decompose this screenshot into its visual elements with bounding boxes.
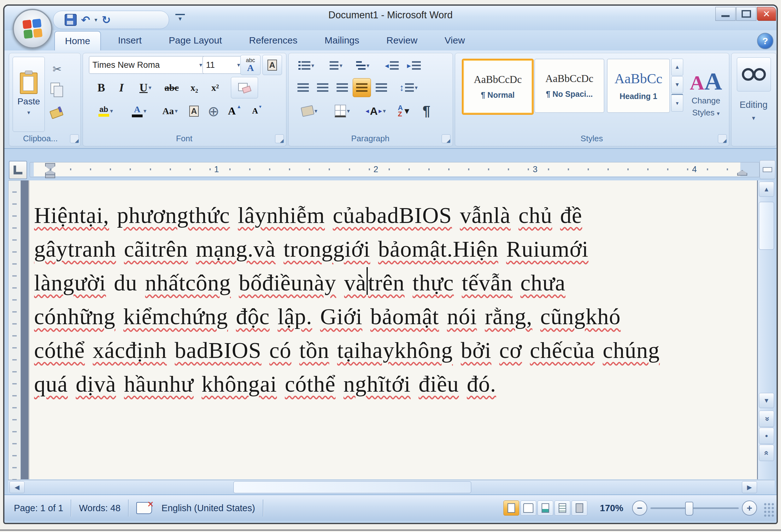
horizontal-scroll-thumb[interactable]: [234, 481, 471, 493]
language-indicator[interactable]: English (United States): [162, 503, 255, 514]
tab-mailings[interactable]: Mailings: [315, 31, 369, 50]
borders-button[interactable]: ▾: [327, 101, 357, 121]
increase-indent-button[interactable]: ▶: [404, 56, 424, 75]
font-size-combobox[interactable]: 11 ▾: [203, 56, 244, 74]
font-dialog-launcher[interactable]: ◢: [275, 134, 284, 143]
style-card--no-spaci-[interactable]: AaBbCcDc¶ No Spaci...: [534, 59, 604, 113]
paragraph-dialog-launcher[interactable]: ◢: [442, 134, 450, 143]
numbering-button[interactable]: ▾: [321, 56, 347, 75]
cut-button[interactable]: ✂: [48, 60, 66, 78]
ruler-tick: [667, 168, 668, 170]
undo-icon[interactable]: ↶: [81, 14, 90, 25]
full-screen-reading-view-button[interactable]: [521, 500, 536, 516]
horizontal-ruler[interactable]: 1234: [30, 162, 759, 177]
show-hide-pilcrow-button[interactable]: ¶: [416, 101, 437, 121]
grow-font-button[interactable]: A ▲: [224, 101, 245, 121]
styles-dialog-launcher[interactable]: ◢: [718, 134, 727, 143]
clipboard-dialog-launcher[interactable]: ◢: [70, 134, 79, 143]
styles-scroll-up-button[interactable]: ▲: [671, 59, 683, 76]
view-ruler-toggle-button[interactable]: [759, 160, 775, 179]
text-highlight-button[interactable]: ab ▾: [90, 101, 121, 121]
print-layout-view-button[interactable]: [503, 500, 519, 516]
styles-scroll-down-button[interactable]: ▼: [671, 76, 683, 93]
character-border-button[interactable]: A: [262, 55, 282, 75]
asian-layout-button[interactable]: ◀ A ▶ ▾: [360, 101, 391, 121]
select-browse-object-button[interactable]: ●: [759, 427, 774, 444]
resize-grip[interactable]: [763, 502, 775, 517]
zoom-out-button[interactable]: −: [632, 500, 647, 516]
customize-quick-access-icon[interactable]: ▾: [175, 14, 185, 22]
minimize-button[interactable]: [715, 7, 736, 21]
superscript-button[interactable]: x²: [206, 78, 224, 97]
redo-icon[interactable]: ↻: [102, 14, 111, 25]
office-button[interactable]: [13, 9, 52, 49]
tab-home[interactable]: Home: [54, 31, 101, 51]
tab-selector-button[interactable]: [9, 161, 27, 179]
previous-page-button[interactable]: «: [759, 411, 774, 427]
styles-more-button[interactable]: ▾: [671, 94, 683, 112]
close-button[interactable]: ✕: [757, 7, 776, 21]
decrease-indent-button[interactable]: ◀: [382, 56, 402, 75]
tab-references[interactable]: References: [239, 31, 307, 50]
editing-dropdown-icon[interactable]: ▾: [731, 114, 776, 122]
zoom-in-button[interactable]: +: [742, 500, 757, 516]
save-icon[interactable]: [65, 14, 77, 26]
scroll-down-button[interactable]: ▼: [759, 393, 774, 408]
scroll-up-button[interactable]: ▲: [759, 181, 774, 197]
help-button[interactable]: ?: [757, 33, 773, 49]
multilevel-list-button[interactable]: ▾: [349, 56, 377, 75]
web-layout-view-button[interactable]: [537, 500, 553, 516]
bold-button[interactable]: B: [92, 78, 111, 97]
align-left-button[interactable]: [294, 78, 312, 97]
tab-view[interactable]: View: [434, 31, 475, 50]
copy-button[interactable]: [50, 83, 63, 96]
find-button[interactable]: [737, 57, 771, 91]
tab-page-layout[interactable]: Page Layout: [159, 31, 232, 50]
draft-view-button[interactable]: [572, 500, 587, 516]
page-indicator[interactable]: Page: 1 of 1: [14, 503, 63, 514]
tab-review[interactable]: Review: [376, 31, 427, 50]
change-styles-button[interactable]: AA Change Styles ▾: [685, 55, 727, 132]
zoom-slider-thumb[interactable]: [685, 502, 693, 516]
vertical-ruler[interactable]: [8, 180, 21, 480]
misspelled-word: bảomật.Hiện: [378, 237, 498, 262]
document-text[interactable]: Hiệntại, phươngthức lâynhiễm củabadBIOS …: [34, 199, 660, 401]
scroll-left-button[interactable]: ◀: [9, 481, 25, 493]
next-page-button[interactable]: «: [759, 445, 774, 461]
bullets-button[interactable]: ▾: [293, 56, 319, 75]
style-card--normal[interactable]: AaBbCcDc¶ Normal: [462, 59, 534, 115]
proofing-status-icon[interactable]: ✕: [136, 502, 152, 514]
tab-insert[interactable]: Insert: [108, 31, 152, 50]
font-name-combobox[interactable]: Times New Roma ▾: [89, 56, 206, 74]
distribute-button[interactable]: [372, 78, 390, 97]
subscript-button[interactable]: x₂: [185, 78, 204, 97]
clear-formatting-button[interactable]: [231, 77, 258, 98]
change-case-button[interactable]: Aa ▾: [157, 101, 183, 121]
strikethrough-button[interactable]: abc: [160, 78, 183, 97]
undo-dropdown-icon[interactable]: ▾: [95, 16, 97, 23]
phonetic-guide-button[interactable]: abc A: [240, 55, 260, 75]
character-shading-button[interactable]: A: [185, 101, 203, 121]
justify-button[interactable]: [353, 78, 371, 97]
shading-button[interactable]: ▾: [295, 101, 324, 121]
vertical-scroll-thumb[interactable]: [759, 202, 774, 250]
zoom-slider[interactable]: [650, 507, 739, 509]
line-spacing-button[interactable]: ↕ ▾: [394, 78, 423, 97]
underline-button[interactable]: U ▾: [132, 78, 158, 97]
left-indent-marker[interactable]: [45, 174, 55, 178]
font-color-button[interactable]: A ▾: [124, 101, 155, 121]
paste-button[interactable]: Paste ▾: [13, 57, 45, 132]
align-right-button[interactable]: [333, 78, 352, 97]
word-count[interactable]: Words: 48: [79, 503, 121, 514]
enclose-characters-button[interactable]: ⊕: [204, 101, 223, 121]
italic-button[interactable]: I: [112, 78, 131, 97]
format-painter-button[interactable]: [50, 106, 64, 120]
restore-button[interactable]: [736, 7, 756, 21]
scroll-right-button[interactable]: ▶: [742, 481, 757, 493]
style-card-heading-1[interactable]: AaBbCcHeading 1: [607, 59, 670, 113]
shrink-font-button[interactable]: A ▾: [247, 101, 267, 121]
zoom-level[interactable]: 170%: [600, 503, 623, 514]
sort-button[interactable]: A Z ▼: [394, 101, 414, 121]
align-center-button[interactable]: [314, 78, 332, 97]
outline-view-button[interactable]: [554, 500, 570, 516]
